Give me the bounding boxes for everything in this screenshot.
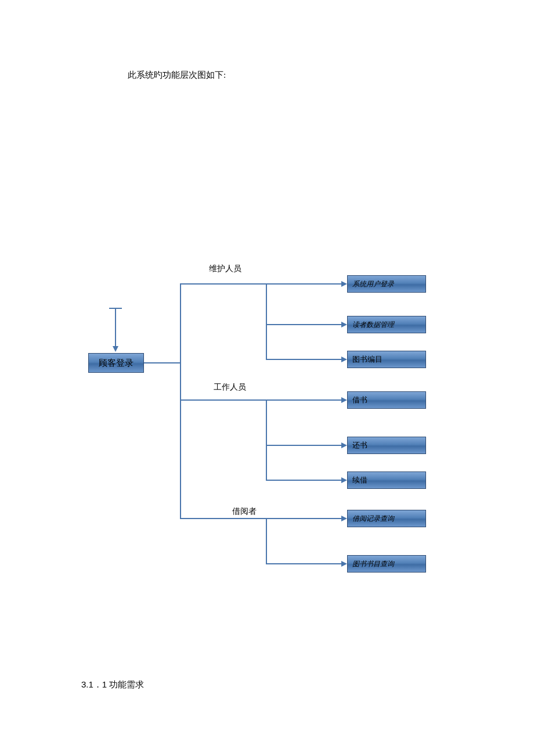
node-reader-data-management: 读者数据管理 — [347, 316, 426, 333]
connector-line — [266, 518, 267, 564]
connector-line — [180, 518, 267, 519]
node-customer-login: 顾客登录 — [88, 353, 144, 373]
node-book-cataloging: 图书编目 — [347, 351, 426, 368]
connector-line — [266, 518, 342, 519]
node-system-user-login: 系统用户登录 — [347, 275, 426, 293]
arrow-icon — [341, 516, 347, 521]
connector-line — [266, 445, 342, 446]
arrow-icon — [341, 397, 347, 403]
connector-line — [266, 359, 342, 360]
node-renew-book: 续借 — [347, 471, 426, 489]
node-book-catalog-query: 图书书目查询 — [347, 555, 426, 573]
arrow-icon — [341, 281, 347, 287]
arrow-icon — [341, 357, 347, 362]
connector-line — [266, 563, 342, 564]
connector-line — [266, 480, 342, 481]
node-borrow-record-query: 借阅记录查询 — [347, 510, 426, 527]
node-borrow-book: 借书 — [347, 391, 426, 409]
role-label-maintenance: 维护人员 — [209, 264, 241, 274]
role-label-borrower: 借阅者 — [232, 506, 257, 517]
arrow-icon — [341, 322, 347, 327]
section-heading: 3.1．1 功能需求 — [81, 679, 144, 690]
connector-line — [180, 283, 267, 285]
arrow-icon — [341, 477, 347, 483]
arrow-icon — [341, 442, 347, 448]
connector-line — [115, 308, 116, 347]
node-return-book: 还书 — [347, 437, 426, 454]
connector-line — [180, 399, 267, 401]
connector-line — [266, 283, 342, 285]
connector-line — [266, 399, 267, 481]
hierarchy-diagram: 顾客登录 维护人员 工作人员 借阅者 系统用户登录 读者数据管理 图书编目 借书… — [0, 255, 534, 604]
role-label-staff: 工作人员 — [214, 382, 246, 393]
arrow-icon — [113, 346, 118, 352]
connector-line — [266, 399, 342, 401]
connector-line — [180, 283, 181, 519]
connector-line — [266, 324, 342, 325]
intro-text: 此系统旳功能层次图如下: — [128, 70, 226, 81]
connector-line — [109, 308, 122, 309]
connector-line — [144, 362, 181, 363]
connector-line — [266, 283, 267, 360]
arrow-icon — [341, 561, 347, 567]
